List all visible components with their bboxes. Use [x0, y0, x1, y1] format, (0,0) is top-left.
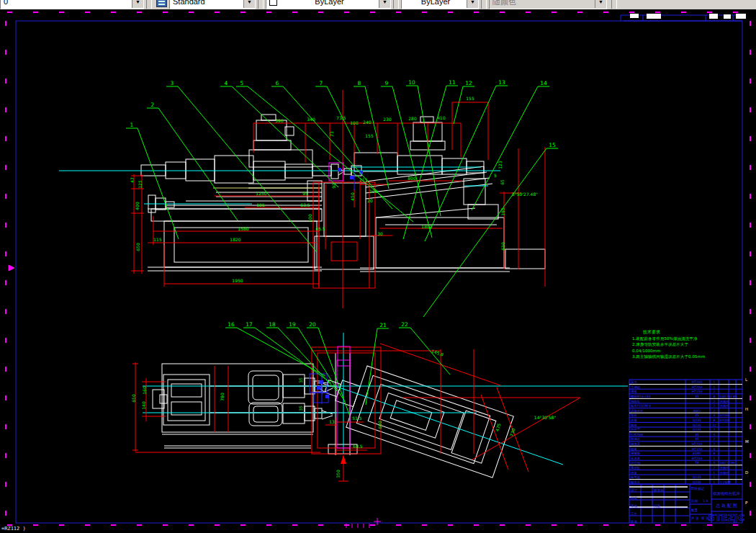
svg-text:螺栓M16×40: 螺栓M16×40 [631, 395, 651, 398]
svg-text:0.04/1000mm: 0.04/1000mm [632, 349, 660, 353]
svg-text:1580: 1580 [238, 226, 248, 231]
svg-text:HT150: HT150 [692, 390, 703, 393]
svg-text:45: 45 [695, 437, 699, 441]
svg-text:125: 125 [138, 180, 143, 189]
svg-text:3.两主轴轴线同轴度误差不大于0.05mm: 3.两主轴轴线同轴度误差不大于0.05mm [632, 354, 705, 359]
plan-view-geometry [153, 353, 357, 455]
color-value: ByLayer [277, 0, 379, 6]
svg-text:阶段标记: 阶段标记 [691, 486, 705, 491]
svg-text:68.5: 68.5 [353, 444, 363, 449]
svg-text:1800: 1800 [421, 224, 432, 229]
drawing-canvas[interactable]: 12345678910111213141516171819202122 3903… [0, 9, 756, 533]
svg-text:Q235: Q235 [693, 424, 701, 427]
svg-text:导轨: 导轨 [631, 413, 637, 417]
limits-dashes-right [750, 21, 751, 522]
svg-text:1820: 1820 [230, 237, 240, 242]
svg-text:2: 2 [714, 400, 716, 403]
svg-text:端盖: 端盖 [630, 447, 637, 451]
svg-text:21: 21 [379, 322, 387, 328]
svg-text:HT200: HT200 [720, 413, 730, 417]
svg-text:19: 19 [289, 321, 296, 328]
svg-text:D: D [745, 470, 748, 475]
svg-text:夹具体: 夹具体 [631, 457, 641, 460]
svg-text:校核: 校核 [631, 496, 638, 500]
svg-text:51.5: 51.5 [352, 416, 362, 421]
plan-view-centerlines [143, 333, 628, 465]
color-dropdown-arrow-icon[interactable]: ▼ [379, 0, 390, 8]
color-dropdown[interactable]: ByLayer ▼ [266, 0, 391, 9]
fold-reference-letters: LHMDP [745, 377, 749, 505]
properties-toolbar: 0 ▼ Standard ▼ ByLayer ▼ ByLayer ▼ 随 [0, 0, 756, 10]
limits-dashes-bottom [7, 524, 749, 526]
svg-text:630: 630 [500, 242, 505, 251]
svg-text:105: 105 [256, 202, 265, 207]
text-style-icon[interactable] [156, 0, 167, 7]
svg-text:调整垫: 调整垫 [631, 452, 641, 455]
color-swatch [269, 0, 277, 6]
style-dropdown[interactable]: Standard ▼ [169, 0, 256, 9]
svg-text:液压缸: 液压缸 [631, 466, 641, 470]
cad-application-window: 0 ▼ Standard ▼ ByLayer ▼ ByLayer ▼ 随 [0, 0, 756, 533]
svg-text:600: 600 [377, 421, 382, 429]
layer-dropdown-arrow-icon[interactable]: ▼ [132, 0, 143, 8]
svg-text:410: 410 [437, 115, 446, 120]
svg-text:8: 8 [714, 395, 716, 398]
svg-text:8: 8 [714, 452, 716, 455]
svg-text:防护罩: 防护罩 [631, 428, 641, 431]
svg-text:Q235: Q235 [693, 418, 701, 422]
svg-text:100: 100 [307, 214, 312, 223]
svg-text:280: 280 [408, 116, 417, 121]
svg-text:100: 100 [369, 189, 378, 194]
plotstyle-dropdown-arrow-icon: ▼ [595, 0, 606, 8]
svg-text:4: 4 [714, 447, 716, 451]
svg-text:HT200: HT200 [720, 418, 730, 422]
linetype-dropdown[interactable]: ByLayer ▼ [401, 0, 479, 9]
svg-text:14°30'58": 14°30'58" [534, 415, 557, 420]
svg-text:2: 2 [714, 428, 716, 431]
svg-text:2: 2 [714, 442, 716, 446]
svg-text:16: 16 [228, 321, 235, 328]
svg-text:压板: 压板 [631, 418, 637, 422]
svg-text:17: 17 [246, 321, 253, 328]
svg-text:8: 8 [358, 80, 361, 86]
svg-text:195: 195 [500, 207, 505, 216]
svg-text:390: 390 [275, 118, 284, 123]
svg-text:1: 1 [130, 122, 134, 128]
svg-text:100: 100 [350, 120, 359, 125]
svg-text:共 张: 共 张 [691, 516, 699, 521]
layer-dropdown[interactable]: 0 ▼ [0, 0, 144, 9]
svg-text:65Mn: 65Mn [693, 452, 701, 455]
linetype-dropdown-arrow-icon[interactable]: ▼ [467, 0, 478, 8]
svg-text:5: 5 [240, 80, 244, 86]
svg-text:8: 8 [714, 418, 716, 422]
command-line-text[interactable]: =RZ112 ) [1, 526, 26, 532]
svg-text:475: 475 [494, 422, 501, 431]
svg-text:HT200: HT200 [692, 380, 703, 384]
svg-text:20: 20 [367, 198, 373, 203]
svg-text:145.8: 145.8 [431, 349, 445, 357]
svg-text:2.床身导轨安装水平误差不大于: 2.床身导轨安装水平误差不大于 [632, 342, 688, 346]
svg-text:垫铁: 垫铁 [631, 424, 637, 427]
toolbar-separator [258, 0, 264, 9]
svg-text:1: 1 [714, 385, 716, 389]
plotstyle-dropdown: 随颜色 ▼ [489, 0, 607, 9]
svg-text:行程挡铁: 行程挡铁 [630, 433, 644, 436]
svg-text:1:2制图: 1:2制图 [720, 480, 731, 484]
svg-text:115: 115 [359, 177, 368, 182]
svg-text:45: 45 [695, 433, 699, 436]
svg-text:95: 95 [302, 191, 308, 196]
svg-text:HT200: HT200 [692, 442, 703, 446]
svg-text:73: 73 [329, 131, 334, 137]
svg-text:GB5783-86: GB5783-86 [720, 395, 737, 398]
cad-drawing[interactable]: 12345678910111213141516171819202122 3903… [0, 9, 756, 533]
linetype-value: ByLayer [402, 0, 467, 6]
style-dropdown-arrow-icon[interactable]: ▼ [243, 0, 255, 8]
svg-text:344: 344 [318, 385, 323, 393]
svg-text:滚珠丝杠: 滚珠丝杠 [631, 409, 644, 413]
svg-text:15: 15 [549, 142, 556, 148]
svg-text:12: 12 [712, 424, 716, 427]
toolbar-separator [393, 0, 399, 9]
svg-text:HT200: HT200 [692, 385, 703, 389]
svg-text:数量: 数量 [691, 509, 698, 512]
svg-text:13: 13 [329, 419, 335, 424]
